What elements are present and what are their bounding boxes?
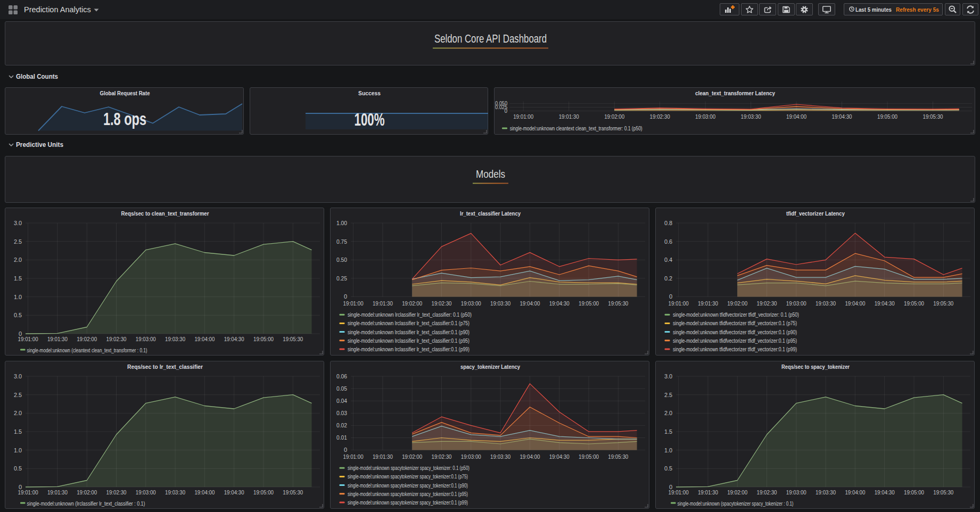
- svg-text:2.0: 2.0: [664, 410, 672, 416]
- svg-text:19:02:00: 19:02:00: [77, 336, 97, 342]
- svg-text:single-model:unknown lrclassif: single-model:unknown lrclassifier lr_tex…: [348, 320, 470, 326]
- svg-text:19:02:30: 19:02:30: [757, 489, 777, 496]
- svg-text:single-model:unknown tfidfvect: single-model:unknown tfidfvectorizer tfi…: [673, 337, 797, 344]
- svg-text:Reqs/sec to lr_text_classifier: Reqs/sec to lr_text_classifier: [127, 364, 203, 370]
- svg-text:19:03:00: 19:03:00: [461, 300, 481, 307]
- svg-text:1.8 ops: 1.8 ops: [103, 109, 146, 129]
- svg-text:single-model:unknown tfidfvect: single-model:unknown tfidfvectorizer tfi…: [673, 329, 797, 335]
- svg-text:19:02:00: 19:02:00: [77, 489, 97, 496]
- svg-text:0.01: 0.01: [336, 434, 347, 441]
- svg-text:19:01:30: 19:01:30: [373, 300, 393, 307]
- svg-text:0: 0: [669, 293, 672, 300]
- svg-text:Global Counts: Global Counts: [16, 72, 58, 80]
- svg-text:3.0: 3.0: [664, 373, 672, 379]
- svg-text:19:04:30: 19:04:30: [832, 113, 852, 120]
- svg-text:3.0: 3.0: [14, 220, 22, 226]
- svg-text:Last 5 minutes: Last 5 minutes: [855, 6, 892, 13]
- svg-text:19:01:00: 19:01:00: [343, 300, 364, 307]
- svg-text:19:05:30: 19:05:30: [933, 300, 953, 307]
- svg-text:19:02:00: 19:02:00: [727, 489, 747, 496]
- svg-text:19:02:30: 19:02:30: [757, 300, 777, 307]
- svg-text:19:02:30: 19:02:30: [432, 453, 452, 460]
- svg-text:Global Request Rate: Global Request Rate: [100, 90, 150, 96]
- svg-text:19:05:00: 19:05:00: [904, 489, 924, 496]
- svg-text:19:04:00: 19:04:00: [194, 336, 215, 342]
- svg-text:Success: Success: [358, 90, 381, 96]
- svg-text:19:03:30: 19:03:30: [490, 300, 510, 307]
- svg-text:19:01:30: 19:01:30: [559, 113, 579, 120]
- svg-text:19:03:30: 19:03:30: [490, 453, 510, 460]
- svg-text:19:05:00: 19:05:00: [253, 489, 274, 496]
- svg-text:1.5: 1.5: [14, 428, 22, 435]
- svg-text:0.6: 0.6: [664, 238, 672, 245]
- svg-text:2.5: 2.5: [14, 392, 22, 398]
- svg-text:single-model:unknown spacytoke: single-model:unknown spacytokenizer spac…: [348, 465, 470, 471]
- svg-text:Refresh every 5s: Refresh every 5s: [896, 6, 939, 13]
- svg-text:19:01:00: 19:01:00: [18, 336, 38, 342]
- svg-text:19:01:30: 19:01:30: [698, 300, 718, 307]
- svg-text:single-model:unknown spacytoke: single-model:unknown spacytokenizer spac…: [348, 473, 468, 480]
- svg-text:1.5: 1.5: [664, 428, 672, 435]
- svg-text:single-model:unknown lrclassif: single-model:unknown lrclassifier lr_tex…: [348, 329, 470, 335]
- svg-text:19:05:00: 19:05:00: [904, 300, 924, 307]
- svg-text:single-model:unknown (cleantex: single-model:unknown (cleantext clean_te…: [27, 347, 147, 353]
- svg-text:19:02:00: 19:02:00: [402, 300, 422, 307]
- svg-text:19:04:30: 19:04:30: [875, 489, 895, 496]
- svg-text:clean_text_transformer Latency: clean_text_transformer Latency: [695, 90, 776, 96]
- svg-text:19:04:00: 19:04:00: [520, 453, 540, 460]
- svg-text:Models: Models: [476, 168, 505, 180]
- svg-text:1.5: 1.5: [14, 275, 22, 282]
- svg-text:19:05:30: 19:05:30: [923, 113, 943, 120]
- svg-text:100%: 100%: [355, 109, 385, 129]
- svg-text:19:04:00: 19:04:00: [845, 489, 865, 496]
- svg-text:0.5: 0.5: [664, 465, 672, 472]
- svg-text:19:01:30: 19:01:30: [373, 453, 393, 460]
- svg-text:Reqs/sec to clean_text_transfo: Reqs/sec to clean_text_transformer: [121, 210, 209, 217]
- svg-text:19:02:30: 19:02:30: [106, 336, 127, 342]
- svg-text:19:03:00: 19:03:00: [136, 336, 156, 342]
- svg-text:19:03:00: 19:03:00: [786, 300, 806, 307]
- svg-text:spacy_tokenizer Latency: spacy_tokenizer Latency: [460, 364, 520, 370]
- svg-text:19:01:00: 19:01:00: [343, 453, 364, 460]
- svg-text:single-model:unknown lrclassif: single-model:unknown lrclassifier lr_tex…: [348, 311, 472, 318]
- svg-text:19:03:00: 19:03:00: [461, 453, 481, 460]
- svg-text:19:01:30: 19:01:30: [47, 336, 68, 342]
- svg-text:single-model:unknown tfidfvect: single-model:unknown tfidfvectorizer tfi…: [673, 311, 799, 318]
- svg-text:single-model:unknown lrclassif: single-model:unknown lrclassifier lr_tex…: [348, 346, 470, 352]
- svg-text:single-model:unknown spacytoke: single-model:unknown spacytokenizer spac…: [348, 491, 468, 497]
- svg-text:19:03:00: 19:03:00: [136, 489, 156, 496]
- svg-text:19:04:30: 19:04:30: [549, 453, 570, 460]
- svg-text:0.5: 0.5: [14, 312, 22, 318]
- svg-text:19:03:30: 19:03:30: [816, 300, 836, 307]
- svg-text:2.5: 2.5: [664, 392, 672, 398]
- svg-text:2.0: 2.0: [14, 257, 22, 263]
- svg-text:3.0: 3.0: [14, 373, 22, 379]
- svg-text:0.050: 0.050: [495, 101, 507, 106]
- svg-text:19:03:30: 19:03:30: [816, 489, 836, 496]
- svg-text:19:04:00: 19:04:00: [194, 489, 215, 496]
- svg-text:19:04:30: 19:04:30: [224, 336, 244, 342]
- svg-text:0.4: 0.4: [664, 257, 672, 263]
- svg-text:Seldon Core API Dashboard: Seldon Core API Dashboard: [434, 32, 547, 45]
- svg-text:19:05:00: 19:05:00: [253, 336, 274, 342]
- svg-text:single-model:unknown (lrclassi: single-model:unknown (lrclassifier lr_te…: [27, 500, 145, 507]
- svg-text:19:05:30: 19:05:30: [933, 489, 953, 496]
- svg-text:19:01:30: 19:01:30: [47, 489, 68, 496]
- svg-text:19:03:30: 19:03:30: [165, 489, 185, 496]
- svg-text:1.0: 1.0: [664, 447, 672, 453]
- svg-text:0.05: 0.05: [336, 385, 347, 392]
- svg-text:19:02:00: 19:02:00: [402, 453, 422, 460]
- svg-text:single-model:unknown tfidfvect: single-model:unknown tfidfvectorizer tfi…: [673, 320, 797, 326]
- svg-text:0.04: 0.04: [336, 398, 347, 404]
- svg-text:19:05:00: 19:05:00: [579, 300, 599, 307]
- svg-text:single-model:unknown spacytoke: single-model:unknown spacytokenizer spac…: [348, 482, 468, 489]
- svg-text:19:02:30: 19:02:30: [106, 489, 127, 496]
- svg-text:0.06: 0.06: [336, 373, 347, 379]
- svg-text:19:05:00: 19:05:00: [579, 453, 599, 460]
- svg-text:19:05:30: 19:05:30: [608, 300, 628, 307]
- svg-text:19:02:30: 19:02:30: [650, 113, 670, 120]
- svg-text:tfidf_vectorizer Latency: tfidf_vectorizer Latency: [786, 210, 845, 217]
- svg-text:19:01:00: 19:01:00: [669, 489, 689, 496]
- svg-text:1.00: 1.00: [336, 220, 347, 226]
- svg-text:0.5: 0.5: [14, 465, 22, 472]
